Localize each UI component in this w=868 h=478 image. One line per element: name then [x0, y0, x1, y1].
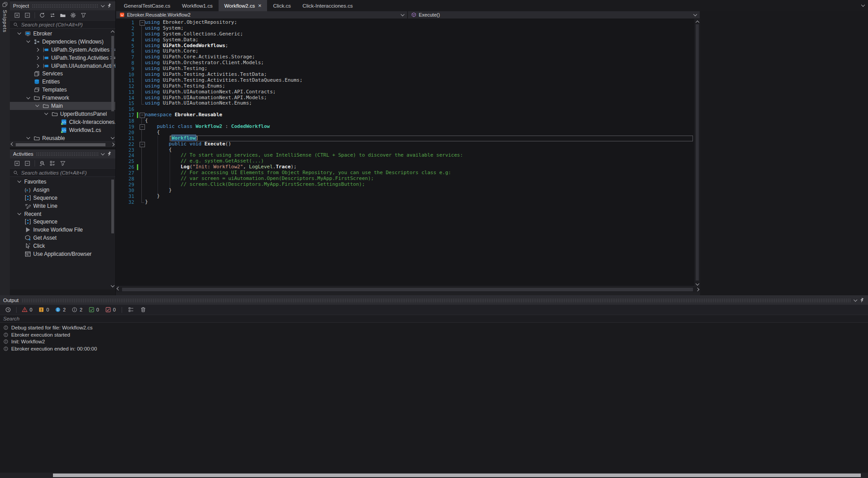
panel-drag-texture[interactable] [22, 298, 851, 303]
code-line[interactable]: 32} [116, 199, 694, 205]
scroll-right-icon[interactable] [696, 287, 699, 291]
code-line[interactable]: 20 { [116, 130, 694, 136]
output-log-entry[interactable]: Ebroker execution ended in: 00:00:00 [0, 345, 868, 352]
code-line[interactable]: 17namespace Ebroker.Reusable [116, 112, 694, 118]
event-log-button[interactable] [126, 306, 136, 313]
project-filter-button[interactable] [80, 12, 87, 18]
breadcrumb-member-combo[interactable]: Execute() [408, 11, 700, 19]
tree-expander[interactable] [33, 48, 41, 51]
breadcrumb-type-combo[interactable]: Ebroker.Reusable.Workflow2 [116, 11, 408, 19]
tree-item-uipath-system-activities-23-10-2[interactable]: UiPath.System.Activities >= 23.10.2 [10, 46, 115, 54]
pin-icon[interactable] [859, 298, 865, 303]
tree-item-framework[interactable]: Framework [10, 94, 115, 102]
snippets-rail-tab[interactable]: Snippets [2, 10, 8, 33]
activities-collapse-all-button[interactable] [24, 160, 31, 167]
code-line[interactable]: 29 // screen.Click(Descriptors.MyApp.Fir… [116, 182, 694, 188]
tree-expander[interactable] [24, 97, 32, 99]
close-tab-icon[interactable] [258, 2, 262, 9]
tree-item-reusable[interactable]: Reusable [10, 134, 115, 141]
code-line[interactable]: 22 public void Execute() [116, 141, 694, 147]
scrollbar-thumb[interactable] [53, 474, 861, 477]
tree-item-dependencies-windows-[interactable]: Dependencies (Windows) [10, 38, 115, 46]
tree-expander[interactable] [33, 105, 41, 106]
scroll-down-icon[interactable] [695, 282, 699, 285]
editor-vertical-scrollbar[interactable] [694, 19, 700, 286]
tree-expander[interactable] [24, 137, 32, 139]
project-tree-vertical-scrollbar[interactable] [110, 30, 115, 140]
activities-vertical-scrollbar[interactable] [110, 178, 115, 289]
scrollbar-thumb[interactable] [122, 288, 693, 291]
tree-expander[interactable] [15, 33, 23, 34]
scroll-left-icon[interactable] [11, 142, 14, 145]
failed-filter-button[interactable]: 0 [103, 306, 118, 313]
panel-menu-chevron-icon[interactable] [101, 3, 105, 7]
output-log-entry[interactable]: Ebroker execution started [0, 331, 868, 338]
tree-expander[interactable] [33, 65, 41, 67]
trace-filter-button[interactable]: 2 [70, 306, 84, 313]
scroll-up-icon[interactable] [111, 31, 114, 34]
tree-item-main[interactable]: Main [10, 102, 115, 110]
scroll-left-icon[interactable] [117, 287, 120, 290]
project-collapse-all-button[interactable] [24, 12, 31, 18]
scrollbar-thumb[interactable] [111, 180, 114, 233]
activity-item-sequence[interactable]: Sequence [10, 194, 115, 202]
code-line[interactable]: 15using UiPath.UIAutomationNext.Enums; [116, 101, 694, 106]
activity-item-invoke-workflow-file[interactable]: Invoke Workflow File [10, 226, 115, 234]
tree-item-uipath-testing-activities-23-10-0[interactable]: UiPath.Testing.Activities >= 23.10.0 [10, 54, 115, 62]
timestamps-filter-button[interactable] [3, 306, 13, 313]
warnings-filter-button[interactable]: 0 [36, 306, 51, 313]
tree-item-workflow1-cs[interactable]: Workflow1.cs [10, 126, 115, 134]
pin-icon[interactable] [107, 151, 112, 157]
tree-item-uipath-uiautomation-activities-[interactable]: UiPath.UIAutomation.Activities >= [10, 62, 115, 70]
activity-item-use-application-browser[interactable]: Use Application/Browser [10, 250, 115, 258]
editor-tab-workflow1-cs[interactable]: Workflow1.cs [176, 0, 219, 11]
tree-item-ebroker[interactable]: Ebroker [10, 30, 115, 38]
info-filter-button[interactable]: 2 [53, 306, 67, 313]
project-expand-all-button[interactable] [14, 12, 20, 18]
fold-marker[interactable] [139, 112, 145, 118]
editor-horizontal-scrollbar[interactable] [116, 286, 700, 292]
tree-item-click-interacciones-cs[interactable]: Click-Interacciones.cs [10, 118, 115, 126]
scroll-down-icon[interactable] [111, 284, 114, 287]
tree-item-templates[interactable]: Templates [10, 86, 115, 94]
project-compare-button[interactable] [49, 12, 56, 18]
fold-marker[interactable] [139, 124, 145, 130]
activity-item-sequence[interactable]: Sequence [10, 218, 115, 226]
scrollbar-thumb[interactable] [16, 143, 105, 146]
tree-expander[interactable] [33, 57, 41, 59]
code-line[interactable]: 1using Ebroker.ObjectRepository; [116, 20, 694, 26]
activities-search-input[interactable] [21, 170, 112, 175]
code-line[interactable]: 5using UiPath.CodedWorkflows; [116, 43, 694, 49]
tree-expander[interactable] [24, 41, 32, 42]
pin-icon[interactable] [107, 3, 112, 9]
panel-menu-chevron-icon[interactable] [101, 151, 105, 155]
clear-all-button[interactable] [138, 306, 148, 313]
scroll-right-icon[interactable] [111, 143, 114, 146]
activities-group-favorites[interactable]: Favorites [10, 178, 115, 186]
activities-filter-button[interactable] [60, 160, 66, 167]
project-project-settings-button[interactable] [70, 12, 76, 18]
activities-expand-all-button[interactable] [14, 160, 20, 167]
scroll-down-icon[interactable] [111, 136, 114, 139]
tree-item-entities[interactable]: Entities [10, 78, 115, 86]
scrollbar-thumb[interactable] [111, 36, 114, 111]
errors-filter-button[interactable]: 0 [20, 306, 34, 313]
editor-tab-click-interacciones-cs[interactable]: Click-Interacciones.cs [297, 0, 359, 11]
editor-tab-click-cs[interactable]: Click.cs [267, 0, 297, 11]
group-expander[interactable] [15, 181, 23, 182]
code-line[interactable]: 3using System.Collections.Generic; [116, 31, 694, 37]
editor-tab-workflow2-cs[interactable]: Workflow2.cs [219, 0, 267, 11]
scroll-up-icon[interactable] [695, 21, 699, 24]
tree-item-services[interactable]: Services [10, 70, 115, 78]
code-line[interactable]: 30 } [116, 188, 694, 193]
project-search-input[interactable] [21, 22, 112, 27]
scrollbar-thumb[interactable] [696, 24, 699, 281]
output-search-input[interactable] [3, 316, 865, 321]
code-editor-surface[interactable]: 1using Ebroker.ObjectRepository;2using S… [116, 19, 694, 286]
panel-drag-texture[interactable] [32, 4, 99, 8]
panel-drag-texture[interactable] [36, 152, 99, 156]
activity-item-write-line[interactable]: Write Line [10, 202, 115, 210]
activity-item-get-asset[interactable]: Get Asset [10, 234, 115, 242]
panel-menu-chevron-icon[interactable] [854, 298, 857, 301]
output-log-entry[interactable]: Debug started for file: Workflow2.cs [0, 324, 868, 331]
